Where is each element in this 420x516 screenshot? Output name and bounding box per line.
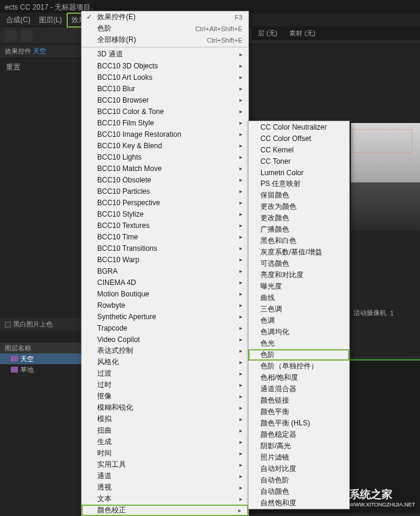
viewer-material-tab[interactable]: 素材 (无) [289, 29, 315, 38]
menu-item[interactable]: BCC10 Stylize [82, 208, 248, 220]
menu-item[interactable]: BCC10 Art Looks [82, 71, 248, 83]
menu-item[interactable]: Trapcode [82, 322, 248, 334]
menu-item[interactable]: Motion Boutique [82, 288, 248, 299]
submenu-item[interactable]: 照片滤镜 [248, 452, 349, 463]
menu-item[interactable]: BCC10 Time [82, 231, 248, 242]
submenu-item[interactable]: CC Toner [248, 155, 349, 167]
menu-item[interactable]: BCC10 Key & Blend [82, 140, 248, 151]
menu-item[interactable]: BCC10 Film Style [82, 117, 248, 128]
menu-item[interactable]: BCC10 Image Restoration [82, 128, 248, 140]
menu-item[interactable]: BCC10 Lights [82, 151, 248, 163]
submenu-item[interactable]: 色阶（单独控件） [248, 361, 349, 372]
menu-item[interactable]: 模拟 [82, 413, 248, 425]
effects-panel-tab[interactable]: 效果控件 天空 [0, 44, 81, 59]
submenu-item[interactable]: 亮度和对比度 [248, 269, 349, 281]
submenu-item[interactable]: 曝光度 [248, 281, 349, 292]
submenu-item[interactable]: CC Kernel [248, 144, 349, 155]
tool-icon[interactable] [5, 29, 17, 41]
submenu-item[interactable]: 保留颜色 [248, 190, 349, 201]
submenu-item[interactable]: 黑色和白色 [248, 235, 349, 247]
menu-item[interactable]: 全部移除(R)Ctrl+Shift+E [82, 34, 248, 46]
menu-item[interactable]: Synthetic Aperture [82, 311, 248, 322]
menu-item-label: BCC10 Browser [97, 96, 149, 104]
menu-item[interactable]: 3D 通道 [82, 49, 248, 60]
menu-item[interactable]: 风格化 [82, 356, 248, 368]
menu-item[interactable]: 颜色校正 [82, 505, 248, 516]
submenu-item[interactable]: 色调 [248, 315, 349, 326]
menu-item-label: 过渡 [97, 368, 112, 379]
submenu-item[interactable]: Lumetri Color [248, 167, 349, 178]
layer-column-header[interactable]: 图层名称 [0, 343, 81, 353]
submenu-item[interactable]: CC Color Offset [248, 133, 349, 144]
submenu-item[interactable]: 三色调 [248, 304, 349, 315]
menu-item[interactable]: BCC10 Particles [82, 185, 248, 197]
menu-layer[interactable]: 图层(L) [35, 14, 66, 26]
menu-item[interactable]: 生成 [82, 436, 248, 448]
menu-item[interactable]: BCC10 Transitions [82, 242, 248, 254]
submenu-item[interactable]: 通道混合器 [248, 383, 349, 395]
mask-outline[interactable] [352, 129, 412, 153]
submenu-item[interactable]: PS 任意映射 [248, 178, 349, 190]
tool-icon[interactable] [20, 29, 32, 41]
submenu-item[interactable]: 自动对比度 [248, 463, 349, 475]
menu-item[interactable]: BCC10 Blur [82, 83, 248, 94]
submenu-item[interactable]: 色相/饱和度 [248, 372, 349, 383]
submenu-item[interactable]: 阴影/高光 [248, 440, 349, 452]
layer-row[interactable]: 草地 [0, 364, 81, 375]
menu-item[interactable]: BCC10 Match Move [82, 163, 248, 174]
menu-item[interactable]: BCC10 3D Objects [82, 60, 248, 71]
panel-reset[interactable]: 重置 [0, 59, 81, 76]
menu-item[interactable]: BCC10 Perspective [82, 197, 248, 208]
camera-dropdown[interactable]: 活动摄像机 [353, 308, 386, 317]
submenu-item[interactable]: 广播颜色 [248, 224, 349, 235]
menu-item[interactable]: BCC10 Color & Tone [82, 106, 248, 117]
menu-shortcut: Ctrl+Alt+Shift+E [195, 25, 242, 32]
preview-viewport[interactable] [351, 123, 420, 231]
submenu-item[interactable]: 更改颜色 [248, 212, 349, 224]
menu-item[interactable]: 文本 [82, 493, 248, 505]
zoom-dropdown[interactable]: 1 [390, 310, 394, 317]
submenu-item[interactable]: 颜色平衡 [248, 406, 349, 418]
menu-item[interactable]: 表达式控制 [82, 345, 248, 356]
menu-item[interactable]: Video Copilot [82, 334, 248, 345]
menu-item[interactable]: Rowbyte [82, 299, 248, 311]
layer-row[interactable]: 天空 [0, 353, 81, 364]
submenu-item[interactable]: 自然饱和度 [248, 497, 349, 509]
menu-item[interactable]: BCC10 Warp [82, 254, 248, 265]
menu-item[interactable]: BGRA [82, 265, 248, 277]
menu-item[interactable]: 扭曲 [82, 425, 248, 436]
menu-item[interactable]: BCC10 Textures [82, 220, 248, 231]
menu-item-label: 扭曲 [97, 425, 112, 436]
menu-item[interactable]: BCC10 Obsolete [82, 174, 248, 185]
submenu-item[interactable]: CC Color Neutralizer [248, 121, 349, 133]
submenu-item[interactable]: 更改为颜色 [248, 201, 349, 212]
menu-item[interactable]: 过时 [82, 379, 248, 391]
submenu-item[interactable]: 曲线 [248, 292, 349, 304]
submenu-item[interactable]: 自动颜色 [248, 486, 349, 497]
menu-separator [82, 47, 248, 47]
submenu-item[interactable]: 灰度系数/基值/增益 [248, 247, 349, 258]
menu-item[interactable]: 通道 [82, 470, 248, 482]
menu-compose[interactable]: 合成(C) [2, 14, 34, 26]
submenu-item[interactable]: 色光 [248, 338, 349, 349]
submenu-item[interactable]: 色调均化 [248, 326, 349, 338]
comp-tab[interactable]: 黑白图片上色 [0, 318, 81, 331]
menu-item[interactable]: 透视 [82, 482, 248, 493]
viewer-layer-tab[interactable]: 层 (无) [258, 29, 277, 38]
menu-item[interactable]: 时间 [82, 448, 248, 459]
menu-item[interactable]: 色阶Ctrl+Alt+Shift+E [82, 23, 248, 34]
menu-item[interactable]: CINEMA 4D [82, 277, 248, 288]
menu-item[interactable]: ✓效果控件(E)F3 [82, 11, 248, 23]
timeline-panel: 黑白图片上色 图层名称 天空草地 [0, 318, 81, 375]
submenu-item[interactable]: 可选颜色 [248, 258, 349, 269]
submenu-item[interactable]: 颜色链接 [248, 395, 349, 406]
menu-item[interactable]: 模糊和锐化 [82, 402, 248, 413]
menu-item[interactable]: 实用工具 [82, 459, 248, 470]
submenu-item[interactable]: 颜色稳定器 [248, 429, 349, 440]
menu-item[interactable]: 过渡 [82, 368, 248, 379]
submenu-item[interactable]: 色阶 [248, 349, 349, 361]
menu-item[interactable]: 抠像 [82, 391, 248, 402]
menu-item[interactable]: BCC10 Browser [82, 94, 248, 106]
submenu-item[interactable]: 颜色平衡 (HLS) [248, 418, 349, 429]
submenu-item[interactable]: 自动色阶 [248, 475, 349, 486]
